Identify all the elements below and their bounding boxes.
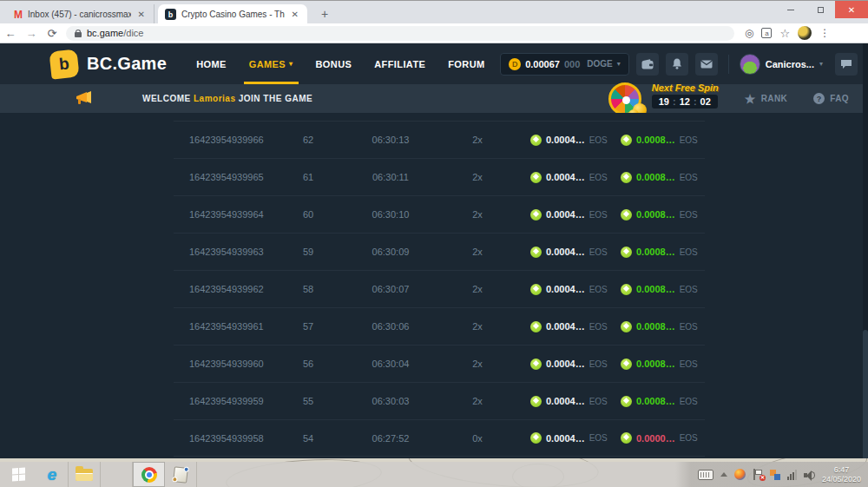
table-row[interactable]: 16423954939964 60 06:30:10 2x 0.0004… EO…: [174, 195, 705, 233]
bcgame-logo[interactable]: b BC.Game: [50, 50, 167, 78]
bet-time: 06:27:52: [330, 433, 451, 444]
bet-id: 16423954939958: [174, 433, 286, 444]
bookmark-star-icon[interactable]: ☆: [779, 27, 790, 40]
minimize-button[interactable]: [776, 1, 806, 18]
browser-tab-strip: M Inbox (457) - canicrossmaxx@gm ✕ b Cry…: [0, 0, 868, 23]
start-button[interactable]: [0, 462, 36, 487]
table-row[interactable]: 16423954939960 56 06:30:04 2x 0.0004… EO…: [174, 345, 705, 382]
table-row[interactable]: 16423954939959 55 06:30:03 2x 0.0004… EO…: [174, 382, 705, 419]
payout-multiplier: 2x: [451, 135, 503, 145]
chat-icon: [840, 59, 852, 69]
bet-amount: 0.0004…: [546, 433, 585, 444]
table-row[interactable]: 16423954939958 54 06:27:52 0x 0.0004… EO…: [174, 419, 705, 457]
profit-cell: 0.0008… EOS: [595, 321, 705, 332]
rank-link[interactable]: ★ RANK: [745, 92, 787, 106]
table-row[interactable]: 16423954939963 59 06:30:09 2x 0.0004… EO…: [174, 233, 705, 270]
profit-amount: 0.0008…: [636, 209, 675, 220]
nav-item-bonus[interactable]: BONUS: [316, 43, 352, 84]
touch-keyboard-icon[interactable]: [698, 470, 713, 480]
chat-button[interactable]: [835, 53, 858, 76]
internet-explorer-icon: e: [48, 465, 57, 484]
eos-coin-icon: [530, 432, 542, 444]
page-scrollbar[interactable]: [863, 43, 868, 458]
zoom-indicator-icon[interactable]: ◎: [745, 27, 753, 39]
bet-time: 06:30:03: [330, 396, 451, 406]
table-row[interactable]: 16423954939961 57 06:30:06 2x 0.0004… EO…: [174, 307, 705, 345]
payout-multiplier: 2x: [451, 247, 503, 257]
browser-profile-avatar[interactable]: [798, 26, 812, 40]
doge-coin-icon: D: [509, 58, 521, 70]
eos-coin-icon: [530, 135, 542, 146]
bet-amount-cell: 0.0004… EOS: [503, 247, 595, 258]
back-button[interactable]: ←: [0, 27, 21, 40]
nav-item-affiliate[interactable]: AFFILIATE: [374, 43, 425, 84]
toolbar-actions: ◎ a ☆ ⋮: [745, 26, 830, 40]
bet-amount: 0.0004…: [546, 284, 585, 294]
user-menu[interactable]: Canicros... ▾: [740, 54, 823, 75]
table-row[interactable]: 16423954939962 58 06:30:07 2x 0.0004… EO…: [174, 270, 705, 307]
reload-button[interactable]: ⟳: [42, 27, 62, 40]
tab-close-icon[interactable]: ✕: [136, 10, 147, 19]
nav-item-games[interactable]: GAMES ▾: [249, 43, 293, 84]
bet-id: 16423954939966: [174, 135, 286, 145]
tray-app-icon[interactable]: [734, 469, 746, 480]
tray-updates-icon[interactable]: [770, 470, 780, 480]
tab-bcgame[interactable]: b Crypto Casino Games - The 8 Be ✕: [158, 4, 307, 24]
profit-amount: 0.0008…: [636, 321, 675, 332]
lock-icon[interactable]: [75, 30, 82, 37]
browser-menu-icon[interactable]: ⋮: [819, 27, 830, 39]
close-button[interactable]: ✕: [835, 1, 868, 18]
taskbar-clock[interactable]: 6:47 24/05/2020: [822, 465, 861, 484]
balance-selector[interactable]: D 0.00067000 DOGE ▾: [500, 53, 629, 76]
taskbar-notes-button[interactable]: [165, 462, 197, 487]
profit-currency: EOS: [680, 359, 698, 369]
profit-cell: 0.0008… EOS: [595, 135, 705, 146]
network-signal-icon[interactable]: [787, 470, 797, 480]
welcome-player-name: Lamorias: [194, 94, 235, 103]
site-header: b BC.Game HOME GAMES ▾ BONUS AFFILIATE F…: [0, 43, 868, 84]
tab-gmail[interactable]: M Inbox (457) - canicrossmaxx@gm ✕: [7, 4, 155, 24]
roll-result: 60: [286, 209, 330, 220]
profit-currency: EOS: [680, 173, 698, 182]
restore-button[interactable]: [806, 1, 835, 18]
profit-amount: 0.0008…: [636, 172, 675, 182]
bet-amount: 0.0004…: [546, 209, 585, 220]
tab-close-icon[interactable]: ✕: [290, 10, 300, 19]
bet-amount-cell: 0.0004… EOS: [503, 209, 595, 220]
new-tab-button[interactable]: +: [316, 5, 333, 23]
eos-coin-icon: [621, 432, 632, 444]
volume-icon[interactable]: [804, 470, 815, 480]
taskbar-chrome-button[interactable]: [133, 462, 165, 487]
bet-amount-cell: 0.0004… EOS: [503, 284, 595, 295]
faq-link[interactable]: ? FAQ: [813, 93, 849, 104]
timer-hours: 19: [659, 96, 669, 107]
taskbar-empty-slot[interactable]: [101, 462, 133, 487]
welcome-suffix: JOIN THE GAME: [239, 94, 312, 103]
translate-icon[interactable]: a: [761, 28, 772, 38]
bet-amount-cell: 0.0004… EOS: [503, 432, 595, 444]
eos-coin-icon: [530, 172, 542, 183]
system-tray: ✕ 6:47 24/05/2020: [675, 462, 868, 487]
tray-expand-icon[interactable]: [720, 472, 727, 477]
taskbar-ie-button[interactable]: e: [36, 462, 69, 487]
eos-coin-icon: [530, 284, 542, 295]
nav-item-forum[interactable]: FORUM: [448, 43, 484, 84]
wallet-button[interactable]: [636, 53, 659, 76]
profit-cell: 0.0008… EOS: [595, 284, 705, 295]
faq-label: FAQ: [830, 94, 849, 103]
scrollbar-thumb[interactable]: [863, 330, 868, 460]
tab-title: Crypto Casino Games - The 8 Be: [181, 10, 285, 19]
action-center-flag-icon[interactable]: ✕: [753, 469, 763, 480]
table-row[interactable]: 16423954939966 62 06:30:13 2x 0.0004… EO…: [174, 121, 705, 158]
bet-amount: 0.0004…: [546, 359, 585, 369]
timer-minutes: 12: [680, 96, 690, 107]
profit-currency: EOS: [680, 322, 698, 332]
eos-coin-icon: [530, 359, 542, 370]
messages-button[interactable]: [695, 53, 718, 76]
address-bar[interactable]: bc.game/dice: [66, 26, 734, 41]
table-row[interactable]: 16423954939965 61 06:30:11 2x 0.0004… EO…: [174, 158, 705, 195]
notifications-button[interactable]: [666, 53, 688, 76]
taskbar-explorer-button[interactable]: [69, 462, 101, 487]
forward-button[interactable]: →: [21, 27, 42, 40]
nav-item-home[interactable]: HOME: [196, 43, 227, 84]
